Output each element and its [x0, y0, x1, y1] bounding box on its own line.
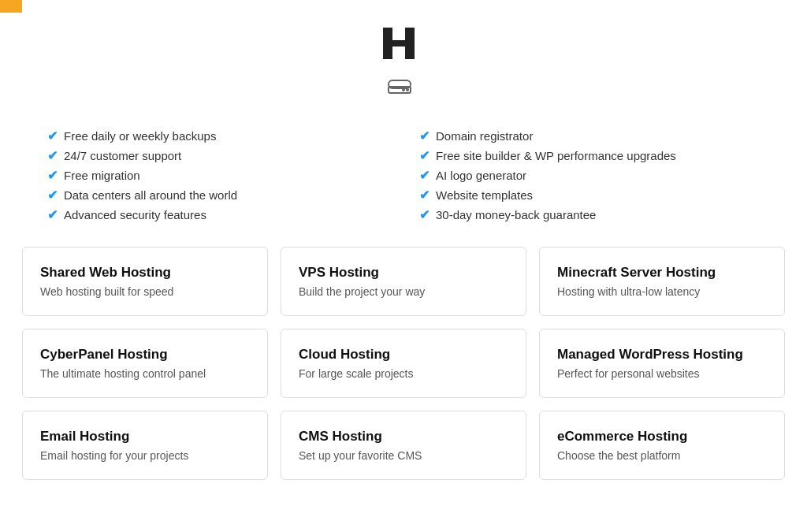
check-icon: ✔ — [47, 168, 58, 183]
features-section: ✔Free daily or weekly backups✔24/7 custo… — [0, 126, 807, 225]
feature-label: Free site builder & WP performance upgra… — [436, 149, 676, 162]
feature-item: ✔Domain registrator — [419, 126, 760, 146]
hosting-card[interactable]: Minecraft Server Hosting Hosting with ul… — [539, 247, 785, 316]
check-icon: ✔ — [419, 148, 430, 163]
feature-label: Free migration — [64, 169, 140, 182]
check-icon: ✔ — [419, 207, 430, 222]
check-icon: ✔ — [419, 168, 430, 183]
hosting-card[interactable]: Email Hosting Email hosting for your pro… — [22, 411, 268, 480]
svg-point-6 — [402, 88, 405, 91]
hosting-card-title: Cloud Hosting — [299, 347, 508, 363]
hosting-card-title: eCommerce Hosting — [557, 429, 767, 445]
hosting-card-desc: Perfect for personal websites — [557, 367, 767, 380]
feature-label: Website templates — [436, 188, 533, 202]
check-icon: ✔ — [47, 207, 58, 222]
subtitle-area — [387, 74, 420, 99]
hosting-card[interactable]: eCommerce Hosting Choose the best platfo… — [539, 411, 785, 480]
hosting-card-title: Shared Web Hosting — [40, 265, 250, 281]
hosting-card[interactable]: Managed WordPress Hosting Perfect for pe… — [539, 329, 785, 398]
hosting-card-title: Minecraft Server Hosting — [557, 265, 767, 281]
feature-item: ✔AI logo generator — [419, 166, 760, 185]
hosting-card-desc: Set up your favorite CMS — [299, 449, 508, 462]
feature-label: 30-day money-back guarantee — [436, 208, 596, 221]
hosting-card-desc: Build the project your way — [299, 285, 508, 298]
features-left-col: ✔Free daily or weekly backups✔24/7 custo… — [47, 126, 388, 225]
hosting-card-desc: Hosting with ultra-low latency — [557, 285, 767, 298]
hosting-card-desc: The ultimate hosting control panel — [40, 367, 250, 380]
feature-label: 24/7 customer support — [64, 149, 181, 162]
hosting-card[interactable]: CMS Hosting Set up your favorite CMS — [281, 411, 526, 480]
feature-item: ✔Data centers all around the world — [47, 185, 388, 205]
check-icon: ✔ — [47, 128, 58, 143]
feature-label: Free daily or weekly backups — [64, 129, 216, 143]
header — [0, 0, 807, 126]
feature-label: Advanced security features — [64, 208, 206, 221]
check-icon: ✔ — [419, 188, 430, 203]
top-banner — [0, 0, 22, 13]
hosting-grid: Shared Web Hosting Web hosting built for… — [0, 247, 807, 502]
hosting-card-desc: Web hosting built for speed — [40, 285, 250, 298]
hosting-card[interactable]: CyberPanel Hosting The ultimate hosting … — [22, 329, 268, 398]
hosting-card[interactable]: Shared Web Hosting Web hosting built for… — [22, 247, 268, 316]
feature-label: Domain registrator — [436, 129, 533, 143]
feature-label: AI logo generator — [436, 169, 526, 182]
features-right-col: ✔Domain registrator✔Free site builder & … — [419, 126, 760, 225]
check-icon: ✔ — [419, 128, 430, 143]
logo-area — [379, 24, 428, 63]
hosting-card-desc: Choose the best platform — [557, 449, 767, 462]
feature-item: ✔Free site builder & WP performance upgr… — [419, 146, 760, 166]
feature-item: ✔Free migration — [47, 166, 388, 185]
feature-item: ✔30-day money-back guarantee — [419, 205, 760, 225]
hosting-card-title: Managed WordPress Hosting — [557, 347, 767, 363]
feature-item: ✔Website templates — [419, 185, 760, 205]
hosting-card[interactable]: VPS Hosting Build the project your way — [281, 247, 526, 316]
feature-item: ✔Advanced security features — [47, 205, 388, 225]
hosting-card-title: Email Hosting — [40, 429, 250, 445]
hostinger-logo-icon — [379, 24, 418, 63]
check-icon: ✔ — [47, 148, 58, 163]
hosting-card-desc: For large scale projects — [299, 367, 508, 380]
svg-point-5 — [406, 88, 409, 91]
hosting-card-title: CyberPanel Hosting — [40, 347, 250, 363]
hosting-card[interactable]: Cloud Hosting For large scale projects — [281, 329, 526, 398]
feature-item: ✔Free daily or weekly backups — [47, 126, 388, 146]
feature-label: Data centers all around the world — [64, 188, 237, 202]
hosting-card-desc: Email hosting for your projects — [40, 449, 250, 462]
hosting-card-title: VPS Hosting — [299, 265, 508, 281]
check-icon: ✔ — [47, 188, 58, 203]
server-icon — [387, 74, 412, 99]
hosting-card-title: CMS Hosting — [299, 429, 508, 445]
feature-item: ✔24/7 customer support — [47, 146, 388, 166]
svg-rect-2 — [383, 40, 415, 47]
